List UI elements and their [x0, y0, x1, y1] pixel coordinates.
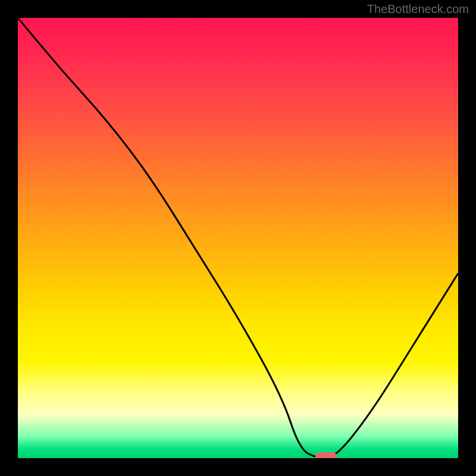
plot-area — [18, 18, 458, 458]
bottleneck-curve — [18, 18, 458, 458]
watermark-text: TheBottleneck.com — [367, 2, 469, 16]
curve-path — [18, 18, 458, 458]
optimal-marker — [315, 452, 337, 458]
